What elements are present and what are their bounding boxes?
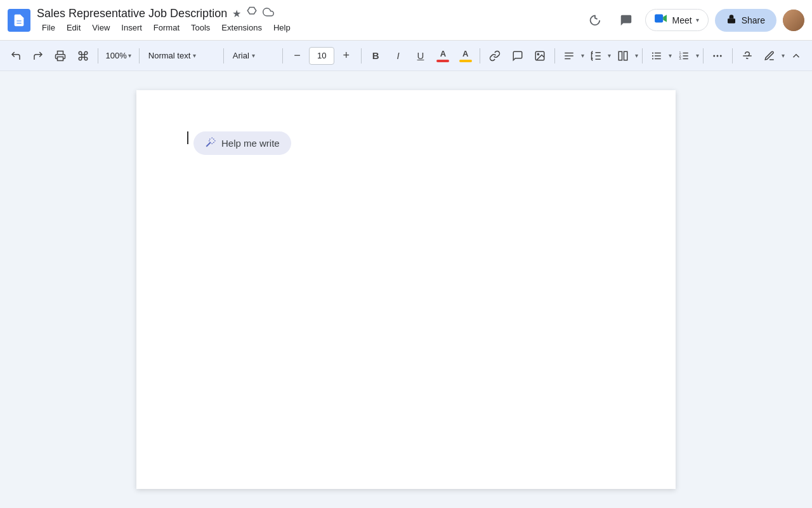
svg-point-18	[652, 58, 653, 59]
ordered-list-button[interactable]: 1. 2. 3.	[673, 45, 694, 67]
highlight-color-bar	[459, 60, 472, 62]
bullet-list-button[interactable]	[646, 45, 667, 67]
bullet-list-chevron-icon[interactable]: ▾	[669, 52, 672, 59]
font-chevron-icon: ▾	[252, 52, 255, 59]
share-button[interactable]: Share	[715, 9, 776, 32]
divider-6	[480, 48, 480, 64]
svg-point-29	[717, 55, 719, 57]
ordered-list-chevron-icon[interactable]: ▾	[696, 52, 699, 59]
text-color-button[interactable]: A	[433, 45, 454, 67]
font-selector[interactable]: Arial ▾	[228, 50, 278, 62]
divider-7	[554, 48, 555, 64]
comment-button[interactable]	[507, 45, 528, 67]
svg-point-16	[652, 52, 653, 53]
document-content: Help me write	[187, 128, 625, 155]
text-style-selector[interactable]: Normal text ▾	[143, 50, 219, 62]
spacing-chevron-icon[interactable]: ▾	[608, 52, 611, 59]
align-chevron-icon[interactable]: ▾	[581, 52, 584, 59]
zoom-selector[interactable]: 100% ▾	[102, 50, 135, 62]
title-actions: Meet ▾ Share	[582, 8, 804, 33]
bold-button[interactable]: B	[365, 45, 386, 67]
menu-help[interactable]: Help	[268, 22, 296, 34]
zoom-value: 100%	[106, 51, 127, 60]
redo-button[interactable]	[27, 45, 48, 67]
style-label: Normal text	[148, 51, 190, 60]
svg-point-6	[537, 53, 539, 55]
pencil-chevron-icon[interactable]: ▾	[782, 52, 785, 59]
svg-point-28	[713, 55, 715, 57]
text-color-letter: A	[440, 49, 446, 58]
text-color-bar	[436, 60, 449, 62]
avatar[interactable]	[783, 10, 804, 31]
divider-5	[361, 48, 362, 64]
undo-button[interactable]	[5, 45, 26, 67]
divider-3	[223, 48, 224, 64]
align-button[interactable]	[559, 45, 580, 67]
svg-point-17	[652, 55, 653, 56]
svg-rect-15	[624, 51, 627, 60]
link-button[interactable]	[484, 45, 505, 67]
menu-format[interactable]: Format	[148, 22, 185, 34]
divider-1	[98, 48, 98, 64]
drive-icon[interactable]	[246, 6, 258, 20]
meet-chevron-icon: ▾	[696, 17, 699, 23]
svg-text:3.: 3.	[679, 57, 681, 60]
svg-point-30	[720, 55, 722, 57]
menu-edit[interactable]: Edit	[62, 22, 86, 34]
columns-chevron-icon[interactable]: ▾	[635, 52, 638, 59]
paint-format-button[interactable]	[72, 45, 93, 67]
zoom-chevron-icon: ▾	[128, 52, 131, 59]
edit-pencil-button[interactable]	[759, 45, 780, 67]
document-area: Help me write	[0, 71, 812, 508]
italic-button[interactable]: I	[388, 45, 409, 67]
highlight-letter: A	[462, 49, 468, 58]
menu-tools[interactable]: Tools	[186, 22, 215, 34]
meet-icon	[655, 13, 669, 27]
font-size-input[interactable]	[309, 47, 334, 65]
title-area: Sales Representative Job Description ★ F…	[37, 6, 582, 34]
google-docs-icon	[8, 9, 30, 32]
menu-file[interactable]: File	[37, 22, 60, 34]
decrease-font-button[interactable]: −	[287, 45, 308, 67]
divider-8	[642, 48, 643, 64]
menu-insert[interactable]: Insert	[116, 22, 147, 34]
toolbar: 100% ▾ Normal text ▾ Arial ▾ − + B I U A…	[0, 41, 812, 71]
svg-rect-2	[655, 14, 663, 22]
highlight-color-button[interactable]: A	[455, 45, 476, 67]
help-me-write-button[interactable]: Help me write	[193, 131, 291, 155]
star-icon[interactable]: ★	[232, 8, 241, 20]
meet-label: Meet	[672, 15, 692, 25]
comments-button[interactable]	[613, 8, 639, 33]
meet-button[interactable]: Meet ▾	[645, 9, 709, 31]
collapse-toolbar-button[interactable]	[786, 45, 807, 67]
history-button[interactable]	[582, 8, 607, 33]
image-button[interactable]	[529, 45, 550, 67]
doc-title[interactable]: Sales Representative Job Description	[37, 7, 227, 20]
more-options-button[interactable]	[707, 45, 728, 67]
wand-icon	[205, 137, 216, 150]
underline-button[interactable]: U	[410, 45, 431, 67]
svg-rect-14	[619, 51, 622, 60]
line-spacing-button[interactable]	[586, 45, 606, 67]
strikethrough-button[interactable]	[737, 45, 757, 67]
divider-2	[139, 48, 140, 64]
divider-4	[282, 48, 283, 64]
print-button[interactable]	[50, 45, 71, 67]
menu-extensions[interactable]: Extensions	[216, 22, 267, 34]
columns-button[interactable]	[612, 45, 633, 67]
style-chevron-icon: ▾	[193, 52, 196, 59]
divider-10	[732, 48, 733, 64]
divider-9	[703, 48, 704, 64]
share-label: Share	[742, 15, 765, 25]
menu-view[interactable]: View	[87, 22, 115, 34]
svg-rect-3	[728, 18, 735, 23]
increase-font-button[interactable]: +	[336, 45, 357, 67]
font-label: Arial	[233, 51, 249, 60]
lock-icon	[726, 14, 737, 27]
help-me-write-label: Help me write	[221, 138, 280, 149]
document-page[interactable]: Help me write	[136, 90, 676, 489]
text-cursor	[187, 131, 188, 144]
svg-rect-4	[58, 57, 63, 60]
cloud-icon[interactable]	[263, 6, 274, 20]
